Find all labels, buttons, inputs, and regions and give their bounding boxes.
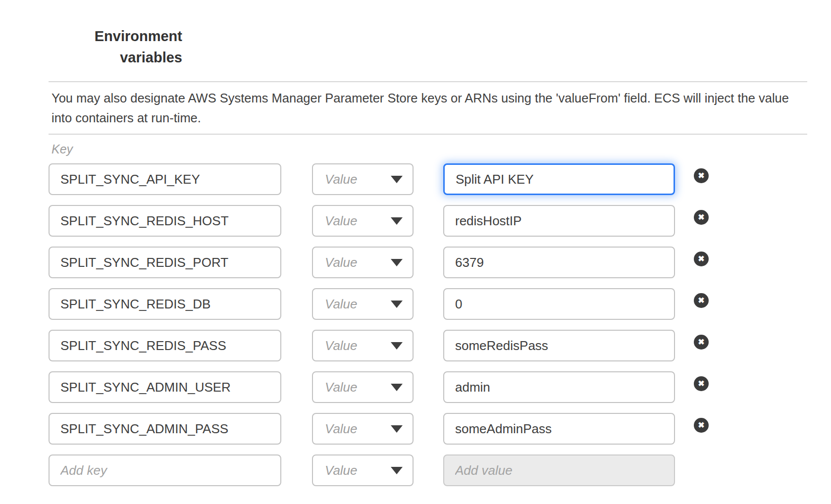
- env-value-input[interactable]: [443, 413, 675, 445]
- close-icon: ✖: [698, 421, 704, 429]
- remove-variable-button[interactable]: ✖: [694, 210, 709, 225]
- env-value-input[interactable]: [443, 205, 675, 237]
- chevron-down-icon: [391, 384, 403, 391]
- env-type-selected-value: Value: [325, 380, 358, 395]
- env-key-input[interactable]: [49, 247, 281, 278]
- remove-variable-button[interactable]: ✖: [694, 252, 709, 266]
- chevron-down-icon: [391, 342, 403, 350]
- env-variable-row: Value ✖: [49, 330, 807, 361]
- env-variable-row: Value ✖: [49, 371, 807, 403]
- close-icon: ✖: [698, 380, 704, 388]
- key-column-label: Key: [52, 142, 807, 156]
- env-type-selected-value: Value: [325, 463, 358, 478]
- env-type-dropdown[interactable]: Value: [312, 247, 414, 278]
- env-variable-row: Value ✖: [49, 247, 807, 278]
- env-value-input[interactable]: [443, 371, 675, 403]
- env-type-dropdown[interactable]: Value: [312, 163, 414, 195]
- env-value-input[interactable]: [443, 454, 675, 486]
- env-value-input[interactable]: [443, 288, 675, 320]
- close-icon: ✖: [698, 338, 704, 346]
- environment-variables-label: Environment variables: [49, 26, 182, 68]
- env-value-input[interactable]: [443, 247, 675, 278]
- section-divider: [49, 134, 807, 135]
- environment-variables-label-line1: Environment: [49, 26, 182, 47]
- top-divider: [49, 81, 807, 82]
- env-rows: Value ✖ Value ✖ Value ✖ Value: [49, 163, 807, 486]
- close-icon: ✖: [698, 172, 704, 180]
- env-type-dropdown[interactable]: Value: [312, 205, 414, 237]
- env-key-input[interactable]: [49, 371, 281, 403]
- chevron-down-icon: [391, 425, 403, 433]
- env-type-dropdown[interactable]: Value: [312, 371, 414, 403]
- env-variable-row: Value ✖: [49, 163, 807, 195]
- environment-variables-label-line2: variables: [49, 47, 182, 68]
- env-type-selected-value: Value: [325, 172, 358, 187]
- remove-variable-button[interactable]: ✖: [694, 293, 709, 308]
- remove-variable-button[interactable]: ✖: [694, 418, 709, 433]
- env-variable-row: Value ✖: [49, 454, 807, 486]
- env-type-dropdown[interactable]: Value: [312, 454, 414, 486]
- env-value-input[interactable]: [443, 163, 675, 195]
- env-type-dropdown[interactable]: Value: [312, 413, 414, 445]
- remove-variable-button[interactable]: ✖: [694, 376, 709, 391]
- env-type-dropdown[interactable]: Value: [312, 330, 414, 361]
- env-type-selected-value: Value: [325, 297, 358, 312]
- chevron-down-icon: [391, 259, 403, 266]
- close-icon: ✖: [698, 297, 704, 304]
- env-type-selected-value: Value: [325, 338, 358, 353]
- env-variable-row: Value ✖: [49, 205, 807, 237]
- env-key-input[interactable]: [49, 413, 281, 445]
- env-key-input[interactable]: [49, 454, 281, 486]
- env-type-selected-value: Value: [325, 421, 358, 437]
- env-key-input[interactable]: [49, 330, 281, 361]
- chevron-down-icon: [391, 176, 403, 183]
- env-type-dropdown[interactable]: Value: [312, 288, 414, 320]
- remove-variable-button[interactable]: ✖: [694, 168, 709, 183]
- env-value-input[interactable]: [443, 330, 675, 361]
- env-type-selected-value: Value: [325, 213, 358, 229]
- env-key-input[interactable]: [49, 205, 281, 237]
- env-type-selected-value: Value: [325, 255, 358, 270]
- env-variable-row: Value ✖: [49, 288, 807, 320]
- close-icon: ✖: [698, 213, 704, 221]
- env-key-input[interactable]: [49, 163, 281, 195]
- close-icon: ✖: [698, 255, 704, 263]
- valuefrom-help-text: You may also designate AWS Systems Manag…: [52, 88, 807, 128]
- env-key-input[interactable]: [49, 288, 281, 320]
- chevron-down-icon: [391, 217, 403, 225]
- chevron-down-icon: [391, 467, 403, 474]
- remove-variable-button[interactable]: ✖: [694, 335, 709, 350]
- chevron-down-icon: [391, 301, 403, 308]
- env-variable-row: Value ✖: [49, 413, 807, 445]
- environment-variables-editor: You may also designate AWS Systems Manag…: [49, 81, 807, 486]
